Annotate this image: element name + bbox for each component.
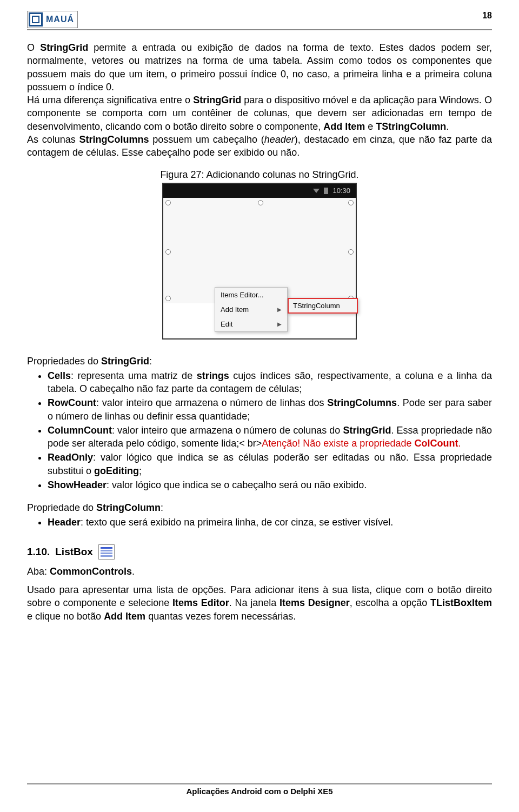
text-bold: RowCount <box>48 397 96 408</box>
text-bold: Items Designer <box>280 597 350 608</box>
resize-handle <box>348 200 354 205</box>
submenu-tstringcolumn[interactable]: TStringColumn <box>288 298 358 314</box>
page-header: MAUÁ 18 <box>27 11 492 28</box>
logo-text: MAUÁ <box>46 15 74 24</box>
text: : <box>149 356 152 367</box>
prop-readonly: ReadOnly: valor lógico que indica se as … <box>48 451 492 477</box>
props-stringgrid-title: Propriedades do StringGrid: <box>27 356 492 367</box>
listbox-aba: Aba: CommonControls. <box>27 565 492 578</box>
text: Há uma diferença significativa entre o <box>27 95 193 105</box>
text-bold: StringColumns <box>79 134 149 145</box>
listbox-description: Usado para apresentar uma lista de opçõe… <box>27 583 492 623</box>
text-bold: Header <box>48 517 81 528</box>
text-bold: ColumnCount <box>48 425 112 436</box>
section-number: 1.10. <box>27 546 50 558</box>
figure-screenshot: 10:30 Items Editor... Add Item▶ Edit▶ <box>162 183 357 340</box>
text: . <box>446 121 449 132</box>
text-warning: Atenção! Não existe a propriedade <box>262 438 414 449</box>
text-bold: TListBoxItem <box>430 597 492 608</box>
text-bold: StringGrid <box>343 425 391 436</box>
text: Aba: <box>27 566 50 577</box>
text-bold: strings <box>197 370 229 381</box>
section-heading: 1.10. ListBox <box>27 544 492 560</box>
battery-icon <box>324 188 328 194</box>
prop-cells: Cells: representa uma matriz de strings … <box>48 369 492 396</box>
text: . Na janela <box>229 597 280 608</box>
text-warning: . <box>458 438 461 449</box>
text-bold: ShowHeader <box>48 480 107 490</box>
prop-showheader: ShowHeader: valor lógico que indica se o… <box>48 478 492 491</box>
text-bold: TStringColumn <box>376 121 446 132</box>
text: e clique no botão <box>27 611 104 622</box>
android-statusbar: 10:30 <box>163 184 356 198</box>
text: , escolha a opção <box>350 597 430 608</box>
section-title: ListBox <box>55 546 93 558</box>
text: Propriedade do <box>27 502 96 513</box>
page-footer: Aplicações Android com o Delphi XE5 <box>27 783 492 796</box>
resize-handle <box>165 200 171 205</box>
prop-rowcount: RowCount: valor inteiro que armazena o n… <box>48 396 492 423</box>
resize-handle <box>258 200 263 205</box>
props-stringcolumn-list: Header: texto que será exibido na primei… <box>27 516 492 529</box>
text: possuem um cabeçalho ( <box>149 134 264 145</box>
text: O <box>27 42 40 53</box>
menu-edit[interactable]: Edit▶ <box>215 317 287 331</box>
text: : texto que será exibido na primeira lin… <box>81 517 393 528</box>
listbox-icon <box>98 544 115 560</box>
chevron-right-icon: ▶ <box>277 307 282 312</box>
text: : valor inteiro que armazena o número de… <box>112 425 343 436</box>
page-number: 18 <box>482 11 492 21</box>
menu-add-item[interactable]: Add Item▶ <box>215 302 287 317</box>
footer-divider <box>27 783 492 784</box>
text-bold: Add Item <box>323 121 365 132</box>
text-bold: StringGrid <box>193 95 241 105</box>
text: . <box>132 566 135 577</box>
context-menu[interactable]: Items Editor... Add Item▶ Edit▶ <box>215 287 288 332</box>
text: Propriedades do <box>27 356 101 367</box>
text-bold: StringColumn <box>96 502 161 513</box>
menu-label: TStringColumn <box>293 302 340 310</box>
resize-handle <box>165 296 171 301</box>
menu-items-editor[interactable]: Items Editor... <box>215 288 287 302</box>
text-bold: StringGrid <box>101 356 149 367</box>
intro-paragraph: O StringGrid permite a entrada ou exibiç… <box>27 41 492 159</box>
text: permite a entrada ou exibição de dados n… <box>27 42 492 92</box>
text: ; <box>139 465 142 476</box>
resize-handle <box>348 249 354 255</box>
text-bold: goEditing <box>94 465 139 476</box>
chevron-right-icon: ▶ <box>277 321 282 327</box>
wifi-icon <box>313 189 320 193</box>
text-italic: header <box>264 134 295 145</box>
text: : valor lógico que indica se o cabeçalho… <box>107 480 367 490</box>
prop-columncount: ColumnCount: valor inteiro que armazena … <box>48 424 492 450</box>
status-time: 10:30 <box>332 187 350 195</box>
text-bold: StringGrid <box>40 42 88 53</box>
text: : representa uma matriz de <box>71 370 197 381</box>
footer-text: Aplicações Android com o Delphi XE5 <box>27 787 492 796</box>
props-stringgrid-list: Cells: representa uma matriz de strings … <box>27 369 492 492</box>
text-bold: CommonControls <box>50 566 132 577</box>
text-bold: Cells <box>48 370 71 381</box>
figure-caption: Figura 27: Adicionando colunas no String… <box>27 169 492 181</box>
prop-header: Header: texto que será exibido na primei… <box>48 516 492 529</box>
text-bold: StringColumns <box>327 397 397 408</box>
text-bold: Add Item <box>104 611 145 622</box>
text-warning-bold: ColCount <box>414 438 458 449</box>
menu-label: Add Item <box>221 305 249 314</box>
logo: MAUÁ <box>27 11 78 28</box>
text: e <box>365 121 376 132</box>
resize-handle <box>165 249 171 255</box>
text-bold: Items Editor <box>172 597 229 608</box>
text-bold: ReadOnly <box>48 452 93 463</box>
menu-label: Items Editor... <box>221 291 263 299</box>
text: As colunas <box>27 134 79 145</box>
props-stringcolumn-title: Propriedade do StringColumn: <box>27 502 492 514</box>
menu-label: Edit <box>221 320 232 328</box>
logo-icon <box>29 12 43 26</box>
header-divider <box>27 29 492 30</box>
text: : valor inteiro que armazena o número de… <box>96 397 327 408</box>
text: : <box>161 502 163 513</box>
text: quantas vezes forem necessárias. <box>145 611 296 622</box>
